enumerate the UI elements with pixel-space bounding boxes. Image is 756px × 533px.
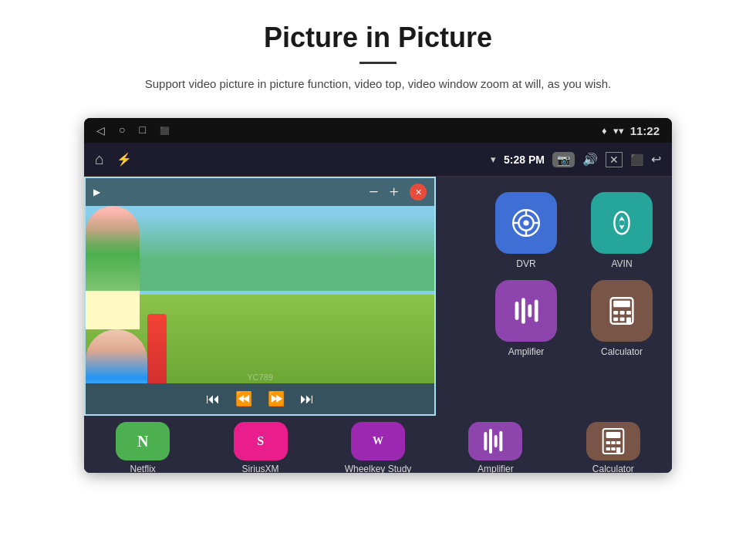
- page-subtitle: Support video picture in picture functio…: [85, 75, 671, 93]
- status-time: 11:22: [630, 124, 660, 137]
- svg-rect-17: [613, 317, 618, 321]
- svg-rect-19: [626, 317, 631, 325]
- bottom-wheelkey-label: Wheelkey Study: [345, 464, 412, 473]
- nav-bar: ⌂ ⚡ ▾ 5:28 PM 📷 🔊 ✕ ⬛ ↩: [84, 143, 672, 177]
- scene-object: [147, 314, 167, 383]
- bottom-calculator[interactable]: Calculator: [555, 422, 672, 473]
- pip-close-icon: ✕: [415, 187, 422, 197]
- svg-rect-8: [515, 302, 519, 320]
- right-app-col: DVR AVIN: [484, 192, 664, 408]
- window-icon[interactable]: ⬛: [630, 153, 643, 166]
- svg-rect-9: [521, 298, 525, 324]
- bottom-siriusxm-icon: S: [234, 422, 288, 460]
- header-section: Picture in Picture Support video picture…: [0, 0, 756, 107]
- svg-rect-14: [613, 311, 618, 315]
- svg-rect-21: [489, 429, 492, 454]
- usb-icon[interactable]: ⚡: [116, 152, 132, 167]
- signal-icon: ▾▾: [613, 125, 624, 137]
- camera-icon: 📷: [557, 153, 570, 166]
- wifi-status-icon: ▾: [491, 153, 496, 165]
- svg-rect-28: [616, 441, 620, 444]
- bottom-siriusxm[interactable]: S SiriusXM: [201, 422, 319, 473]
- page-container: Picture in Picture Support video picture…: [0, 0, 756, 473]
- back-icon[interactable]: ↩: [651, 152, 661, 167]
- volume-icon[interactable]: 🔊: [582, 152, 598, 167]
- bottom-netflix-icon: N: [116, 422, 170, 460]
- amplifier-label: Amplifier: [508, 346, 545, 357]
- camera-button[interactable]: 📷: [552, 152, 575, 167]
- pip-playback-controls: ⏮ ⏪ ⏩ ⏭: [86, 383, 434, 414]
- pip-controls: − + ✕: [369, 182, 427, 202]
- app-amplifier[interactable]: Amplifier: [484, 280, 569, 357]
- svg-rect-26: [606, 441, 609, 444]
- pip-rewind-button[interactable]: ⏪: [235, 390, 252, 407]
- home-icon[interactable]: ⌂: [95, 150, 104, 168]
- svg-rect-25: [606, 432, 620, 438]
- svg-rect-27: [611, 441, 615, 444]
- right-bottom-row: Amplifier: [484, 280, 664, 357]
- main-content: N S W: [84, 177, 672, 473]
- video-scene: [86, 206, 434, 383]
- page-title: Picture in Picture: [31, 22, 725, 54]
- pip-window[interactable]: ▶ − + ✕: [84, 177, 436, 416]
- svg-rect-15: [620, 311, 625, 315]
- pip-minus-button[interactable]: −: [369, 182, 378, 202]
- avin-label: AVIN: [611, 258, 632, 269]
- pip-plus-button[interactable]: +: [390, 182, 399, 202]
- bottom-amplifier-label: Amplifier: [478, 464, 514, 473]
- svg-point-2: [523, 220, 528, 225]
- calculator-icon: [591, 280, 653, 342]
- app-calculator[interactable]: Calculator: [579, 280, 664, 357]
- home-nav-icon[interactable]: ○: [119, 124, 125, 137]
- calculator-label: Calculator: [601, 346, 643, 357]
- bottom-calculator-label: Calculator: [592, 464, 634, 473]
- svg-rect-23: [500, 431, 503, 452]
- recents-nav-icon[interactable]: □: [139, 124, 145, 137]
- svg-rect-13: [613, 301, 630, 307]
- status-right: ♦ ▾▾ 11:22: [602, 124, 660, 137]
- nav-time: 5:28 PM: [504, 153, 545, 166]
- pip-play-icon: ▶: [93, 187, 100, 198]
- bottom-wheelkey[interactable]: W Wheelkey Study: [319, 422, 437, 473]
- menu-nav-icon[interactable]: ⬛: [160, 127, 169, 135]
- pip-close-button[interactable]: ✕: [410, 184, 427, 201]
- close-icon[interactable]: ✕: [606, 152, 623, 167]
- svg-rect-20: [484, 432, 488, 450]
- svg-rect-11: [535, 300, 538, 322]
- app-dvr[interactable]: DVR: [484, 192, 569, 269]
- bottom-amplifier-icon: [468, 422, 522, 460]
- avin-icon: [591, 192, 653, 254]
- svg-point-7: [619, 220, 624, 225]
- header-divider: [359, 62, 397, 64]
- location-icon: ♦: [602, 125, 607, 137]
- svg-rect-10: [528, 305, 532, 318]
- status-left: ◁ ○ □ ⬛: [96, 124, 169, 137]
- svg-rect-18: [620, 317, 625, 321]
- amplifier-icon: [495, 280, 557, 342]
- bottom-netflix[interactable]: N Netflix: [84, 422, 201, 473]
- status-bar: ◁ ○ □ ⬛ ♦ ▾▾ 11:22: [84, 118, 672, 143]
- pip-video-content: [86, 206, 434, 383]
- bottom-netflix-label: Netflix: [130, 464, 156, 473]
- app-avin[interactable]: AVIN: [579, 192, 664, 269]
- bottom-app-labels: N Netflix S SiriusXM W Wheelkey Study: [84, 416, 672, 473]
- bottom-amplifier[interactable]: Amplifier: [437, 422, 554, 473]
- svg-rect-22: [494, 435, 498, 447]
- pip-toolbar: ▶ − + ✕: [86, 178, 434, 206]
- svg-rect-30: [611, 447, 615, 450]
- back-nav-icon[interactable]: ◁: [96, 124, 105, 137]
- scene-trees: [86, 214, 434, 291]
- dvr-label: DVR: [516, 258, 535, 269]
- scene-person-2: [86, 329, 147, 383]
- pip-prev-button[interactable]: ⏮: [206, 391, 220, 407]
- nav-right: ▾ 5:28 PM 📷 🔊 ✕ ⬛ ↩: [491, 152, 661, 167]
- video-watermark: YC789: [247, 373, 273, 382]
- svg-rect-29: [606, 447, 609, 450]
- bottom-calculator-icon: [586, 422, 640, 460]
- pip-forward-button[interactable]: ⏩: [268, 390, 285, 407]
- pip-next-button[interactable]: ⏭: [300, 391, 314, 407]
- svg-rect-16: [626, 311, 631, 315]
- device-frame: ◁ ○ □ ⬛ ♦ ▾▾ 11:22 ⌂ ⚡ ▾ 5:28 PM 📷: [84, 118, 672, 473]
- bottom-siriusxm-label: SiriusXM: [242, 464, 279, 473]
- dvr-icon: [495, 192, 557, 254]
